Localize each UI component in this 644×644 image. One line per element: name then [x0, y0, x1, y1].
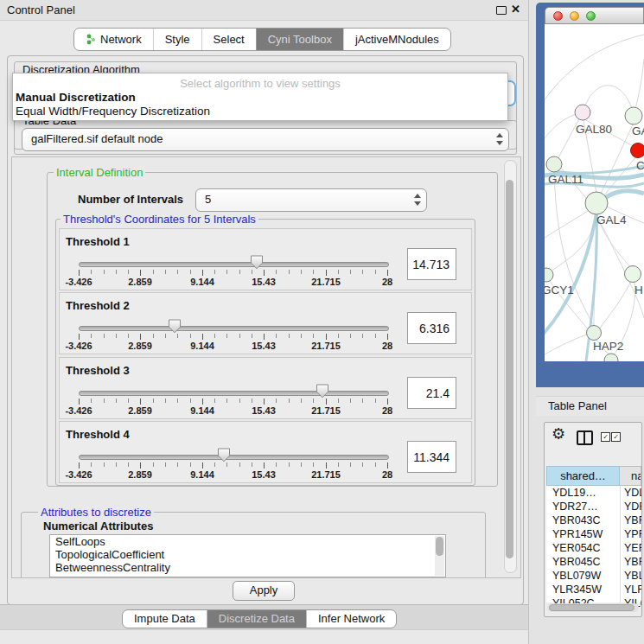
algorithm-dropdown-popup: Select algorithm to view settings Manual… [12, 73, 508, 121]
vertical-scrollbar[interactable] [504, 160, 517, 573]
network-node-label: C [636, 159, 644, 172]
tick-label: -3.426 [65, 341, 92, 351]
network-node[interactable] [585, 192, 608, 214]
attributes-list[interactable]: SelfLoops TopologicalCoefficient Between… [49, 534, 446, 577]
table-data-value: galFiltered.sif default node [31, 129, 163, 150]
slider-track[interactable] [79, 455, 389, 460]
table-row[interactable]: YLR345WYLR3 [546, 583, 641, 596]
slider-thumb[interactable] [217, 448, 231, 462]
minimize-traffic-light[interactable] [570, 11, 579, 21]
tab-label: Select [214, 29, 245, 49]
num-intervals-label: Number of Intervals [78, 193, 183, 206]
tick-label: 28 [382, 405, 392, 416]
network-node[interactable] [625, 266, 641, 283]
checkbox-icon[interactable]: ✓ [611, 432, 621, 442]
list-scrollbar[interactable] [435, 536, 444, 576]
network-window-frame: GAL80GACGAL11GAL4GCY1HHAP2 [536, 3, 644, 387]
tab-discretize-data[interactable]: Discretize Data [207, 610, 306, 628]
checkbox-icon[interactable]: ✓ [601, 432, 610, 442]
dropdown-option-equal-width[interactable]: Equal Width/Frequency Discretization [16, 105, 210, 118]
split-columns-icon[interactable] [577, 430, 593, 445]
slider-track[interactable] [79, 391, 389, 396]
tick-label: -3.426 [65, 405, 92, 416]
network-node[interactable] [631, 143, 644, 158]
network-node[interactable] [575, 105, 590, 120]
column-header-shared[interactable]: shared… [546, 466, 620, 486]
tick-label: 9.144 [190, 341, 214, 351]
close-traffic-light[interactable] [553, 11, 563, 21]
threshold-value-field[interactable]: 11.344 [407, 441, 456, 473]
cell: YBR045C [552, 555, 601, 569]
column-header-name[interactable]: na [620, 466, 641, 486]
dropdown-option-manual[interactable]: Manual Discretization [16, 91, 136, 104]
tab-network[interactable]: Network [74, 29, 153, 50]
cell: YDR27… [552, 500, 598, 513]
tick-label: 21.715 [311, 277, 341, 287]
slider-thumb[interactable] [316, 384, 329, 399]
table-row[interactable]: YPR145WYPR1 [546, 527, 641, 541]
threshold-3-panel: Threshold 3 -3.426 2.859 9.144 15.43 21.… [59, 357, 472, 419]
threshold-value-field[interactable]: 21.4 [407, 377, 456, 409]
num-intervals-combobox[interactable]: 5 [195, 188, 427, 212]
table-row[interactable]: YDR27…YDR2 [546, 500, 641, 513]
table-card: ⚙ ✓ ✓ shared… na YDL19…YDL1 YDR27…YDR2 Y… [544, 422, 642, 617]
close-icon[interactable]: ✕ [511, 3, 520, 16]
tick-label: 15.43 [252, 405, 276, 416]
network-node[interactable] [546, 156, 562, 172]
gear-icon[interactable]: ⚙ [552, 426, 565, 442]
tick-label: -3.426 [65, 469, 92, 480]
table-data-combobox[interactable]: galFiltered.sif default node [22, 128, 509, 151]
scrollbar-thumb[interactable] [506, 180, 513, 558]
scrollbar-thumb[interactable] [436, 537, 443, 556]
network-node[interactable] [604, 354, 618, 361]
tick-label: 15.43 [252, 469, 276, 480]
table-panel-titlebar: Table Panel [536, 396, 644, 417]
zoom-traffic-light[interactable] [586, 11, 596, 21]
tab-impute-data[interactable]: Impute Data [123, 610, 207, 628]
tab-select[interactable]: Select [201, 29, 256, 50]
network-node-label: GA [632, 124, 644, 137]
tab-label: jActiveMNodules [355, 29, 439, 49]
slider-track[interactable] [79, 262, 389, 267]
network-node[interactable] [587, 326, 602, 341]
tick-label: 9.144 [190, 277, 214, 287]
threshold-value-field[interactable]: 6.316 [407, 312, 456, 344]
scrollbar-thumb[interactable] [549, 604, 634, 611]
tab-style[interactable]: Style [153, 29, 201, 50]
threshold-value-field[interactable]: 14.713 [407, 248, 456, 280]
list-item[interactable]: TopologicalCoefficient [50, 548, 445, 561]
list-item[interactable]: SelfLoops [50, 535, 445, 548]
tab-cyni-toolbox[interactable]: Cyni Toolbox [256, 29, 343, 50]
float-window-icon[interactable] [496, 6, 507, 15]
dropdown-placeholder: Select algorithm to view settings [13, 77, 507, 90]
network-node-label: GCY1 [545, 284, 574, 296]
table-row[interactable]: YBR045CYBR0 [546, 555, 641, 569]
tick-label: -3.426 [65, 277, 92, 287]
network-canvas[interactable]: GAL80GACGAL11GAL4GCY1HHAP2 [545, 24, 644, 361]
table-row[interactable]: YBR043CYBR0 [546, 513, 641, 527]
network-node[interactable] [625, 107, 642, 124]
slider-thumb[interactable] [250, 255, 264, 270]
tab-jactivemnodules[interactable]: jActiveMNodules [343, 29, 450, 50]
settings-scroll-area: Interval Definition Number of Intervals … [11, 156, 521, 578]
horizontal-scrollbar[interactable] [547, 603, 639, 612]
cell: YER0 [624, 541, 642, 555]
slider-track[interactable] [79, 326, 389, 331]
network-node-label: GAL11 [548, 173, 583, 186]
table-panel-title: Table Panel [548, 397, 607, 416]
table-row[interactable]: YER054CYER0 [546, 541, 641, 555]
threshold-title: Threshold 2 [66, 299, 130, 312]
apply-button[interactable]: Apply [233, 581, 295, 601]
table-row[interactable]: YDL19…YDL1 [546, 486, 641, 500]
tick-label: 2.859 [128, 341, 152, 351]
cell: YBL0 [624, 569, 642, 583]
list-item[interactable]: BetweennessCentrality [50, 561, 445, 574]
threshold-title: Threshold 3 [66, 364, 130, 377]
slider-thumb[interactable] [168, 319, 182, 334]
table-row[interactable]: YBL079WYBL0 [546, 569, 641, 583]
tab-infer-network[interactable]: Infer Network [306, 610, 396, 628]
threshold-title: Threshold 4 [66, 428, 130, 441]
panel-title: Control Panel [7, 3, 75, 16]
cell: YPR1 [624, 527, 642, 541]
network-node[interactable] [545, 268, 553, 282]
